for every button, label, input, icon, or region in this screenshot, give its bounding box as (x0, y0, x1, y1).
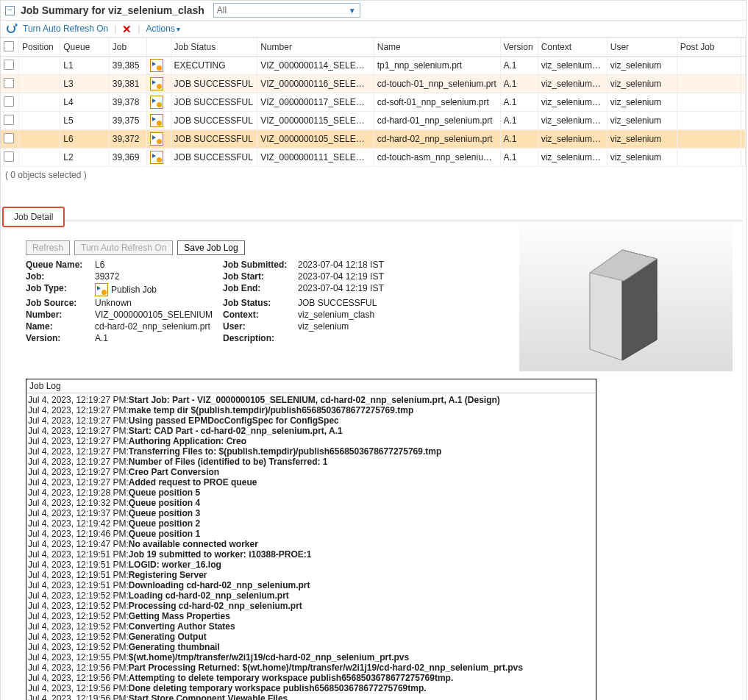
log-line: Jul 4, 2023, 12:19:27 PM:make temp dir $… (28, 405, 594, 415)
log-message: Queue position 3 (129, 508, 200, 518)
row-select[interactable] (1, 149, 19, 167)
refresh-button[interactable]: Refresh (26, 240, 70, 255)
k-submitted: Job Submitted: (223, 260, 295, 270)
log-message: Start: CAD Part - cd-hard-02_nnp_seleniu… (129, 426, 343, 436)
row-select[interactable] (1, 93, 19, 112)
row-select[interactable] (1, 75, 19, 93)
table-row[interactable]: L339,381JOB SUCCESSFULVIZ_0000000116_SEL… (1, 75, 746, 93)
row-checkbox[interactable] (4, 151, 14, 162)
log-timestamp: Jul 4, 2023, 12:19:56 PM: (28, 683, 129, 693)
log-line: Jul 4, 2023, 12:19:51 PM:Job 19 submitte… (28, 549, 594, 560)
log-line: Jul 4, 2023, 12:19:27 PM:Transferring Fi… (28, 446, 594, 457)
refresh-icon[interactable] (5, 23, 17, 35)
log-message: Creo Part Conversion (129, 467, 219, 477)
cell-postjob (677, 75, 741, 93)
log-line: Jul 4, 2023, 12:19:52 PM:Generating thum… (28, 642, 594, 652)
select-all-checkbox[interactable] (4, 41, 14, 51)
log-line: Jul 4, 2023, 12:19:42 PM:Queue position … (28, 518, 594, 529)
chevron-down-icon: ▾ (177, 25, 180, 33)
log-line: Jul 4, 2023, 12:19:56 PM:Attempting to d… (28, 673, 594, 683)
save-job-log-button[interactable]: Save Job Log (177, 240, 244, 255)
table-row[interactable]: L239,369JOB SUCCESSFULVIZ_0000000111_SEL… (1, 149, 746, 167)
col-header-icon[interactable] (146, 38, 171, 57)
log-timestamp: Jul 4, 2023, 12:19:52 PM: (28, 621, 129, 632)
k-status: Job Status: (223, 298, 295, 308)
col-header-postjob[interactable]: Post Job (677, 38, 741, 57)
col-header-version[interactable]: Version (500, 38, 538, 57)
auto-refresh-toggle[interactable]: Turn Auto Refresh On (23, 24, 108, 34)
log-message: Getting Mass Properties (129, 611, 230, 621)
log-timestamp: Jul 4, 2023, 12:19:27 PM: (28, 395, 129, 405)
log-message: Job 19 submitted to worker: i10388-PROE:… (129, 549, 312, 560)
auto-refresh-button[interactable]: Turn Auto Refresh On (74, 240, 173, 255)
cell-status: JOB SUCCESSFUL (171, 75, 257, 93)
filter-select[interactable]: All ▼ (213, 3, 360, 18)
row-checkbox[interactable] (4, 96, 14, 107)
log-timestamp: Jul 4, 2023, 12:19:27 PM: (28, 467, 129, 477)
cell-user: viz_selenium (607, 112, 677, 130)
col-header-context[interactable]: Context (538, 38, 607, 57)
v-submitted: 2023-07-04 12:18 IST (298, 260, 408, 270)
cell-context: viz_selenium_c... (538, 75, 607, 93)
log-message: Queue position 1 (129, 529, 200, 539)
cell-context: viz_selenium_c... (538, 130, 607, 149)
cell-position (19, 149, 60, 167)
cell-status: JOB SUCCESSFUL (171, 130, 257, 149)
v-queue-name: L6 (95, 260, 220, 270)
col-header-name[interactable]: Name (374, 38, 500, 57)
cell-end (741, 112, 745, 130)
log-timestamp: Jul 4, 2023, 12:19:27 PM: (28, 436, 129, 446)
cell-version: A.1 (500, 57, 538, 75)
cell-status: JOB SUCCESSFUL (171, 112, 257, 130)
log-line: Jul 4, 2023, 12:19:27 PM:Using passed EP… (28, 415, 594, 426)
cell-number: VIZ_0000000117_SELENIUM (257, 93, 374, 112)
log-message: Number of Files (identified to be) Trans… (129, 457, 328, 467)
row-checkbox[interactable] (4, 133, 14, 143)
col-header-status[interactable]: Job Status (171, 38, 257, 57)
k-version: Version: (26, 333, 92, 343)
log-timestamp: Jul 4, 2023, 12:19:27 PM: (28, 477, 129, 488)
v-version: A.1 (95, 333, 220, 343)
delete-icon[interactable]: ✕ (122, 24, 132, 35)
v-job-type-text: Publish Job (111, 285, 157, 295)
cell-position (19, 93, 60, 112)
col-header-number[interactable]: Number (257, 38, 374, 57)
cell-name: cd-touch-asm_nnp_selenium.asm (374, 149, 500, 167)
col-header-job[interactable]: Job (109, 38, 146, 57)
log-message: Queue position 2 (129, 518, 200, 529)
row-select[interactable] (1, 112, 19, 130)
col-header-select[interactable] (1, 38, 19, 57)
log-timestamp: Jul 4, 2023, 12:19:32 PM: (28, 498, 129, 508)
col-header-user[interactable]: User (607, 38, 677, 57)
log-message: Using passed EPMDocConfigSpec for Config… (129, 415, 339, 426)
table-row[interactable]: L139,385EXECUTINGVIZ_0000000114_SELENIUM… (1, 57, 746, 75)
k-job-type: Job Type: (26, 283, 92, 296)
job-detail-tab[interactable]: Job Detail (2, 207, 65, 227)
cell-number: VIZ_0000000114_SELENIUM (257, 57, 374, 75)
cell-queue: L6 (60, 130, 109, 149)
row-checkbox[interactable] (4, 78, 14, 88)
log-message: Transferring Files to: $(publish.tempdir… (129, 446, 441, 457)
publish-job-icon (150, 151, 163, 164)
log-timestamp: Jul 4, 2023, 12:19:46 PM: (28, 529, 129, 539)
log-line: Jul 4, 2023, 12:19:27 PM:Start: CAD Part… (28, 426, 594, 436)
job-log-header: Job Log (26, 379, 596, 393)
table-row[interactable]: L539,375JOB SUCCESSFULVIZ_0000000115_SEL… (1, 112, 746, 130)
row-checkbox[interactable] (4, 115, 14, 125)
log-message: No available connected worker (129, 539, 258, 549)
row-select[interactable] (1, 57, 19, 75)
job-log-box: Job Log Jul 4, 2023, 12:19:27 PM:Start J… (26, 379, 596, 700)
row-checkbox[interactable] (4, 60, 14, 70)
cell-job: 39,375 (109, 112, 146, 130)
collapse-icon[interactable]: − (5, 6, 15, 15)
cell-status: JOB SUCCESSFUL (171, 93, 257, 112)
col-header-queue[interactable]: Queue (60, 38, 109, 57)
row-select[interactable] (1, 130, 19, 149)
actions-menu[interactable]: Actions▾ (146, 24, 180, 34)
publish-job-icon (150, 77, 163, 90)
actions-label: Actions (146, 24, 175, 34)
table-row[interactable]: L439,378JOB SUCCESSFULVIZ_0000000117_SEL… (1, 93, 746, 112)
col-header-position[interactable]: Position (19, 38, 60, 57)
log-timestamp: Jul 4, 2023, 12:19:52 PM: (28, 632, 129, 642)
table-row[interactable]: L639,372JOB SUCCESSFULVIZ_0000000105_SEL… (1, 130, 746, 149)
